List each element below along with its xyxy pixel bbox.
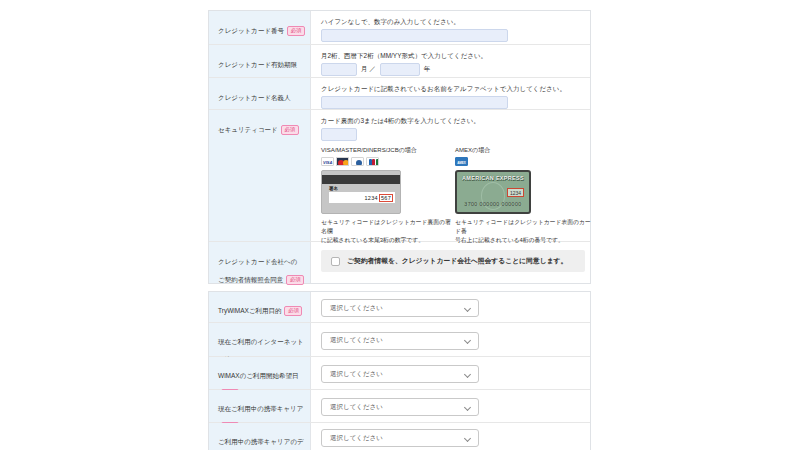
mastercard-icon bbox=[336, 157, 349, 166]
consent-checkbox[interactable] bbox=[331, 257, 340, 266]
consent-label: ご契約者情報を、クレジットカード会社へ照会することに同意します。 bbox=[347, 256, 567, 266]
cvv-highlight-box: 567 bbox=[379, 194, 393, 202]
required-badge: 必須 bbox=[284, 306, 302, 317]
card-number-description: ハイフンなしで、数字のみ入力してください。 bbox=[321, 17, 582, 26]
trywimax-purpose-row: TryWiMAXご利用目的必須 選択してください bbox=[209, 292, 590, 323]
internet-env-row: 現在ご利用のインターネット環境 について必須 選択してください bbox=[209, 323, 590, 357]
chevron-down-icon bbox=[464, 403, 471, 410]
brand-icons: VISA bbox=[321, 157, 455, 166]
expiry-month-input[interactable] bbox=[321, 63, 357, 76]
amex-icon: AMEX bbox=[455, 157, 468, 166]
security-code-row: セキュリティコード必須 カード裏面の3または4桁の数字を入力してください。 VI… bbox=[209, 110, 590, 242]
signature-box: 1234 567 bbox=[329, 192, 395, 203]
field-label-carrier-data-plan: ご利用中の携帯キャリアのデータ 容量や料金について必須 bbox=[209, 423, 311, 450]
field-label-text: TryWiMAXご利用目的 bbox=[218, 307, 281, 314]
card-holder-input[interactable] bbox=[321, 96, 508, 109]
amex-brand-icons: AMEX bbox=[455, 157, 594, 166]
card-expiry-row: クレジットカード有効期限必須 月2桁、西暦下2桁（MM/YY形式）で入力してくだ… bbox=[209, 45, 590, 78]
expiry-month-suffix: 月 ／ bbox=[361, 65, 376, 74]
field-label-card-expiry: クレジットカード有効期限必須 bbox=[209, 45, 311, 77]
chevron-down-icon bbox=[464, 337, 471, 344]
field-label-trywimax-purpose: TryWiMAXご利用目的必須 bbox=[209, 292, 311, 322]
signature-digits: 1234 bbox=[364, 195, 377, 201]
select-value: 選択してください bbox=[330, 370, 383, 379]
required-badge: 必須 bbox=[281, 125, 299, 136]
field-label-security-code: セキュリティコード必須 bbox=[209, 110, 311, 241]
magnetic-stripe bbox=[322, 175, 400, 184]
mobile-carrier-select[interactable]: 選択してください bbox=[321, 398, 479, 416]
field-label-mobile-carrier: 現在ご利用中の携帯キャリア 必須 bbox=[209, 390, 311, 422]
diners-icon bbox=[351, 157, 364, 166]
field-label-text: WiMAXのご利用開始希望日 bbox=[218, 372, 298, 379]
card-holder-description: クレジットカードに記載されているお名前をアルファベットで入力してください。 bbox=[321, 84, 582, 93]
field-label-card-holder: クレジットカード名義人必須 bbox=[209, 78, 311, 109]
internet-env-select[interactable]: 選択してください bbox=[321, 332, 479, 350]
required-badge: 必須 bbox=[287, 26, 305, 37]
card-expiry-description: 月2桁、西暦下2桁（MM/YY形式）で入力してください。 bbox=[321, 51, 582, 60]
select-value: 選択してください bbox=[330, 304, 383, 313]
card-back-illustration: 署名 1234 567 bbox=[321, 170, 401, 214]
card-number-content: ハイフンなしで、数字のみ入力してください。 bbox=[311, 11, 590, 44]
field-label-text: クレジットカード番号 bbox=[218, 27, 284, 34]
card-number-input[interactable] bbox=[321, 29, 508, 42]
field-label-text: クレジットカード有効期限 bbox=[218, 61, 297, 68]
credit-card-form-table: クレジットカード番号必須 ハイフンなしで、数字のみ入力してください。 クレジット… bbox=[208, 10, 591, 284]
field-label-consent: クレジットカード会社への ご契約者情報照会同意必須 bbox=[209, 242, 311, 283]
carrier-data-plan-select[interactable]: 選択してください bbox=[321, 429, 479, 447]
security-code-description: カード裏面の3または4桁の数字を入力してください。 bbox=[321, 116, 594, 125]
field-label-text: セキュリティコード bbox=[218, 126, 278, 133]
field-label-text: 現在ご利用中の携帯キャリア bbox=[218, 405, 303, 412]
cvv-highlight-box: 1234 bbox=[507, 188, 524, 197]
survey-form-table: TryWiMAXご利用目的必須 選択してください 現在ご利用のインターネット環境… bbox=[208, 291, 591, 450]
wimax-start-date-select[interactable]: 選択してください bbox=[321, 365, 479, 383]
field-label-text: ご利用中の携帯キャリアのデータ 容量や料金について bbox=[218, 438, 304, 450]
amex-card-brand: AMERICAN EXPRESS bbox=[457, 175, 529, 181]
consent-row: クレジットカード会社への ご契約者情報照会同意必須 ご契約者情報を、クレジットカ… bbox=[209, 242, 590, 283]
jcb-icon bbox=[366, 157, 379, 166]
card-holder-content: クレジットカードに記載されているお名前をアルファベットで入力してください。 bbox=[311, 78, 590, 109]
field-label-text: クレジットカード名義人 bbox=[218, 94, 291, 101]
chevron-down-icon bbox=[464, 304, 471, 311]
visa-case-label: VISA/MASTER/DINERS/JCBの場合 bbox=[321, 146, 455, 154]
amex-card-number: 3700 000000 000000 bbox=[457, 201, 529, 207]
mobile-carrier-row: 現在ご利用中の携帯キャリア 必須 選択してください bbox=[209, 390, 590, 423]
field-label-internet-env: 現在ご利用のインターネット環境 について必須 bbox=[209, 323, 311, 356]
visa-icon: VISA bbox=[321, 157, 334, 166]
required-badge: 必須 bbox=[286, 275, 304, 286]
expiry-year-input[interactable] bbox=[380, 63, 420, 76]
card-holder-row: クレジットカード名義人必須 クレジットカードに記載されているお名前をアルファベッ… bbox=[209, 78, 590, 110]
field-label-card-number: クレジットカード番号必須 bbox=[209, 11, 311, 44]
consent-content: ご契約者情報を、クレジットカード会社へ照会することに同意します。 bbox=[311, 242, 593, 283]
select-value: 選択してください bbox=[330, 434, 383, 443]
security-code-content: カード裏面の3または4桁の数字を入力してください。 VISA/MASTER/DI… bbox=[311, 110, 602, 241]
trywimax-purpose-select[interactable]: 選択してください bbox=[321, 299, 479, 317]
security-code-input[interactable] bbox=[321, 128, 357, 141]
card-front-illustration: AMERICAN EXPRESS 1234 3700 000000 000000 bbox=[455, 170, 531, 214]
select-value: 選択してください bbox=[330, 403, 383, 412]
signature-label: 署名 bbox=[329, 186, 338, 191]
field-label-wimax-start-date: WiMAXのご利用開始希望日 必須 bbox=[209, 357, 311, 389]
chevron-down-icon bbox=[464, 434, 471, 441]
card-expiry-content: 月2桁、西暦下2桁（MM/YY形式）で入力してください。 月 ／ 年 bbox=[311, 45, 590, 77]
select-value: 選択してください bbox=[330, 336, 383, 345]
consent-checkbox-box[interactable]: ご契約者情報を、クレジットカード会社へ照会することに同意します。 bbox=[321, 250, 585, 272]
card-number-row: クレジットカード番号必須 ハイフンなしで、数字のみ入力してください。 bbox=[209, 11, 590, 45]
carrier-data-plan-row: ご利用中の携帯キャリアのデータ 容量や料金について必須 選択してください bbox=[209, 423, 590, 450]
amex-case-label: AMEXの場合 bbox=[455, 146, 594, 154]
amex-group: AMEXの場合 AMEX AMERICAN EXPRESS 1234 3700 … bbox=[455, 146, 594, 245]
visa-group: VISA/MASTER/DINERS/JCBの場合 VISA 署名 1234 5… bbox=[321, 146, 455, 245]
wimax-start-date-row: WiMAXのご利用開始希望日 必須 選択してください bbox=[209, 357, 590, 390]
chevron-down-icon bbox=[464, 370, 471, 377]
expiry-year-suffix: 年 bbox=[424, 65, 431, 74]
card-examples: VISA/MASTER/DINERS/JCBの場合 VISA 署名 1234 5… bbox=[321, 146, 594, 245]
